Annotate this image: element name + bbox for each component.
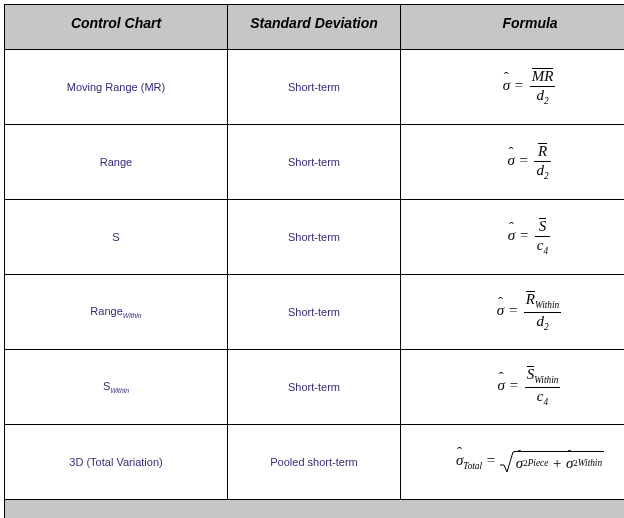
row-formula: σTotal = σ2Piece + σ2Within — [401, 425, 625, 500]
row-deviation: Short-term — [228, 200, 401, 275]
table-row: Range Short-term σ = R d2 — [5, 125, 625, 200]
row-label: RangeWithin — [5, 275, 228, 350]
table-row: Moving Range (MR) Short-term σ = MR d2 — [5, 50, 625, 125]
row-label: Moving Range (MR) — [5, 50, 228, 125]
row-formula: σ = SWithin c4 — [401, 350, 625, 425]
row-label: S — [5, 200, 228, 275]
row-label: SWithin — [5, 350, 228, 425]
row-formula: σ = R d2 — [401, 125, 625, 200]
row-deviation: Short-term — [228, 275, 401, 350]
table-row: RangeWithin Short-term σ = RWithin d2 — [5, 275, 625, 350]
row-label: 3D (Total Variation) — [5, 425, 228, 500]
caption-row: Table 1 Table of short-term standard dev… — [5, 500, 625, 519]
header-row: Control Chart Standard Deviation Formula — [5, 5, 625, 50]
row-deviation: Short-term — [228, 350, 401, 425]
table-caption: Table 1 Table of short-term standard dev… — [5, 500, 625, 519]
row-label: Range — [5, 125, 228, 200]
header-standard-deviation: Standard Deviation — [228, 5, 401, 50]
table-row: SWithin Short-term σ = SWithin c4 — [5, 350, 625, 425]
row-formula: σ = RWithin d2 — [401, 275, 625, 350]
header-formula: Formula — [401, 5, 625, 50]
row-formula: σ = MR d2 — [401, 50, 625, 125]
header-control-chart: Control Chart — [5, 5, 228, 50]
table-row: S Short-term σ = S c4 — [5, 200, 625, 275]
formula-table: Control Chart Standard Deviation Formula… — [4, 4, 624, 518]
row-deviation: Short-term — [228, 50, 401, 125]
row-deviation: Pooled short-term — [228, 425, 401, 500]
row-formula: σ = S c4 — [401, 200, 625, 275]
row-deviation: Short-term — [228, 125, 401, 200]
table-row: 3D (Total Variation) Pooled short-term σ… — [5, 425, 625, 500]
